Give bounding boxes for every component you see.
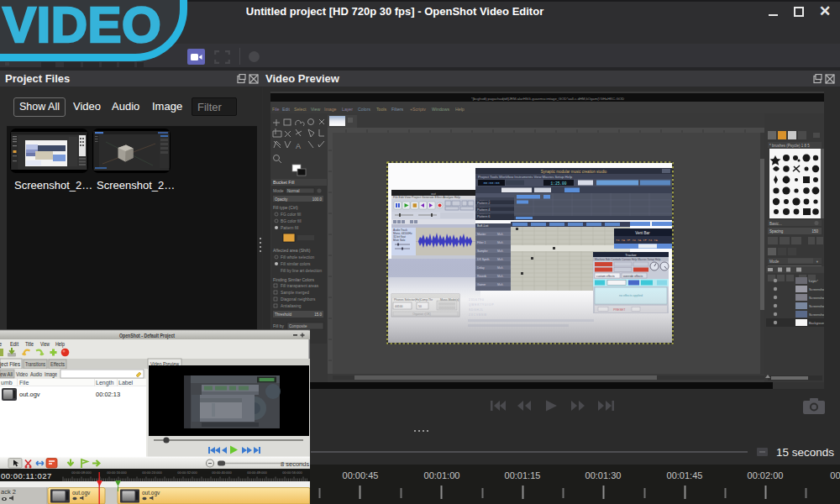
svg-text:Mult.: Mult. — [497, 275, 503, 278]
svg-text:00:00:45: 00:00:45 — [343, 470, 379, 480]
svg-text:out.ogv: out.ogv — [142, 490, 160, 496]
svg-text:Composite: Composite — [289, 324, 307, 328]
svg-text:out.ogv: out.ogv — [72, 490, 91, 496]
svg-text:Colors: Colors — [358, 107, 370, 112]
svg-text:00:00:24:000: 00:00:24:000 — [142, 470, 162, 475]
svg-text:File: File — [19, 380, 29, 386]
svg-text:Image: Image — [45, 371, 57, 378]
svg-text:out.ogv: out.ogv — [19, 391, 40, 398]
svg-text:Opacity: Opacity — [275, 197, 288, 202]
svg-text:out: out — [431, 192, 436, 196]
svg-text:Diagonal neighbors: Diagonal neighbors — [281, 297, 316, 302]
svg-text:ack 2: ack 2 — [1, 488, 16, 496]
svg-text:Layer*: Layer* — [809, 280, 818, 283]
svg-text:Fill transparent areas: Fill transparent areas — [281, 284, 319, 288]
svg-text:Delay: Delay — [477, 266, 485, 270]
svg-text:Mult.: Mult. — [497, 266, 503, 270]
svg-text:Normal: Normal — [287, 189, 300, 193]
svg-text:Fill by: Fill by — [273, 323, 285, 328]
svg-text:Video: Video — [16, 371, 28, 377]
svg-text:Fill similar colors: Fill similar colors — [281, 262, 311, 266]
svg-text:Vent Bar: Vent Bar — [635, 231, 650, 235]
svg-text:* brushes (Psycle) 1 8 5: * brushes (Psycle) 1 8 5 — [769, 144, 810, 148]
svg-text:+Scriptv: +Scriptv — [410, 107, 426, 112]
svg-text:Fill type (Ctrl): Fill type (Ctrl) — [273, 205, 298, 210]
svg-text:00:00:00: 00:00:00 — [483, 181, 500, 185]
svg-text:Mode: Mode — [273, 188, 284, 193]
svg-text:Mult.: Mult. — [497, 241, 503, 244]
svg-text:ew All: ew All — [0, 371, 13, 377]
svg-text:Mult.: Mult. — [497, 233, 503, 236]
svg-text:Fill by line art detection: Fill by line art detection — [281, 269, 322, 273]
svg-text:00:: 00: — [830, 470, 840, 480]
svg-text:Finding Similar Colors: Finding Similar Colors — [273, 277, 314, 282]
svg-text:Basic...: Basic... — [769, 222, 782, 226]
svg-text:Help: Help — [55, 340, 65, 348]
svg-text:00:01:45: 00:01:45 — [667, 470, 703, 480]
svg-text:FG color fill: FG color fill — [281, 213, 301, 217]
svg-text:00:01:00: 00:01:00 — [424, 470, 460, 480]
svg-text:Sample merged: Sample merged — [281, 291, 309, 295]
svg-text:150: 150 — [811, 229, 818, 234]
svg-text:Mute Solo: Mute Solo — [393, 239, 406, 242]
svg-text:Bucket Fill: Bucket Fill — [273, 180, 294, 185]
svg-text:Edit: Edit — [10, 340, 19, 348]
svg-text:ject Files: ject Files — [0, 361, 20, 368]
svg-text:00:01:30: 00:01:30 — [585, 470, 622, 480]
svg-text:Help: Help — [455, 107, 465, 112]
svg-text:Audio: Audio — [30, 371, 42, 377]
svg-text:00:02:13: 00:02:13 — [96, 391, 120, 398]
svg-text:umb: umb — [1, 380, 13, 386]
svg-text:Effects: Effects — [50, 361, 65, 367]
svg-text:Threshold: Threshold — [275, 312, 292, 317]
svg-text:Mult.: Mult. — [497, 258, 503, 261]
svg-text:DX Synth: DX Synth — [477, 258, 489, 261]
svg-text:Select: Select — [294, 107, 307, 112]
svg-text:Tools: Tools — [376, 107, 387, 112]
svg-text:Layer: Layer — [342, 107, 353, 112]
svg-text:Project Tools Workflow Instrum: Project Tools Workflow Instruments View … — [478, 175, 573, 179]
svg-text:Label: Label — [118, 380, 134, 386]
svg-text:Filters: Filters — [391, 107, 404, 112]
svg-text:Background: Background — [809, 322, 824, 325]
svg-text:15.0: 15.0 — [314, 312, 322, 317]
svg-text:Screenshot_2…: Screenshot_2… — [809, 288, 824, 291]
svg-text:Spacing: Spacing — [769, 229, 784, 234]
svg-text:Pattern fill: Pattern fill — [281, 226, 298, 230]
svg-text:Length: Length — [96, 380, 114, 386]
svg-text:custom effects: custom effects — [596, 275, 615, 278]
svg-text:Buff..List: Buff..List — [477, 224, 488, 228]
svg-text:00:00:16:000: 00:00:16:000 — [107, 470, 127, 475]
svg-text:100.0: 100.0 — [312, 197, 323, 202]
svg-text:Screenshot_2…: Screenshot_2… — [809, 297, 824, 300]
svg-text:File Edit View Project Generat: File Edit View Project Generate Effect A… — [393, 196, 460, 199]
svg-text:00:02:00: 00:02:00 — [748, 470, 784, 480]
svg-text:1:25.00: 1:25.00 — [551, 181, 567, 186]
svg-text:00:00:40:000: 00:00:40:000 — [212, 470, 232, 475]
svg-text:File: File — [272, 107, 279, 112]
svg-text:Image: Image — [324, 107, 337, 112]
svg-text:8 seconds: 8 seconds — [281, 460, 309, 468]
svg-text:Transitions: Transitions — [25, 361, 45, 367]
svg-text:View: View — [311, 107, 320, 112]
svg-text:Mode: Mode — [769, 260, 780, 264]
svg-text:Fill whole selection: Fill whole selection — [281, 255, 315, 260]
svg-text:e: e — [0, 340, 2, 348]
svg-text:Pattern 6: Pattern 6 — [477, 215, 490, 218]
svg-text:00:00:11:027: 00:00:11:027 — [1, 471, 52, 480]
svg-text:00:00:08:000: 00:00:08:000 — [71, 470, 92, 475]
svg-text:00:00:56:000: 00:00:56:000 — [282, 470, 302, 475]
svg-text:Sampler: Sampler — [477, 249, 488, 253]
svg-text:Tracker: Tracker — [625, 253, 637, 257]
svg-text:Edit: Edit — [282, 107, 290, 112]
svg-text:View: View — [40, 340, 50, 348]
svg-text:Machine Edit Controls Canvas: Machine Edit Controls Canvas Help Macros… — [595, 258, 661, 261]
svg-text:Antialiasing: Antialiasing — [281, 304, 302, 308]
svg-text:override effects: override effects — [623, 275, 643, 278]
svg-text:OpenShot - Default Project: OpenShot - Default Project — [119, 333, 176, 339]
svg-text:Screenshot_3…: Screenshot_3… — [809, 313, 824, 317]
svg-text:Mult.: Mult. — [497, 249, 503, 253]
svg-text:*[bcghvdfj pagachadjtdf]JRM-al: *[bcghvdfj pagachadjtdf]JRM-alarHSG-guae… — [471, 97, 624, 101]
svg-text:Affected area (Shift): Affected area (Shift) — [273, 248, 311, 253]
svg-text:Mult.: Mult. — [497, 283, 503, 286]
